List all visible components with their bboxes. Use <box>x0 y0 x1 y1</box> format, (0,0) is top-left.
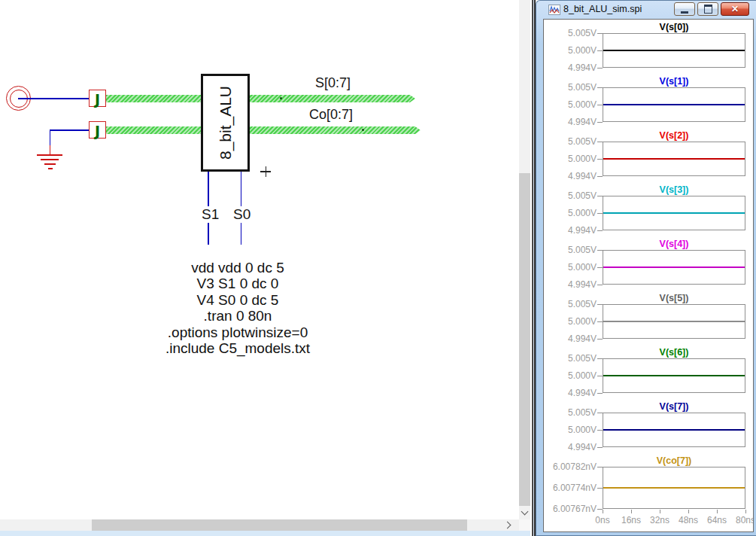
plot-box[interactable] <box>603 467 745 509</box>
y-axis-label: 4.994V <box>544 171 597 181</box>
bus-carry[interactable] <box>106 126 421 134</box>
plot-box[interactable] <box>603 304 745 339</box>
y-axis-label: 4.994V <box>544 333 597 344</box>
y-axis-label: 5.005V <box>544 299 597 309</box>
y-axis-label: 5.000V <box>544 370 597 381</box>
y-axis-label: 5.005V <box>544 353 597 364</box>
window-bottom-edge <box>0 531 536 536</box>
y-axis-label: 5.000V <box>544 45 597 56</box>
signal-trace[interactable] <box>603 375 745 376</box>
ground-line-4 <box>48 168 53 169</box>
signal-trace[interactable] <box>603 429 745 431</box>
y-axis-label: 5.000V <box>544 425 597 435</box>
waveform-panel[interactable]: V(s[2]) 5.005V 5.000V 4.994V <box>544 130 753 184</box>
x-axis-tick <box>745 510 746 513</box>
plot-box[interactable] <box>603 250 745 285</box>
x-axis-tick <box>688 510 689 513</box>
net-label-s0[interactable]: S0 <box>232 206 252 223</box>
vertical-scrollbar[interactable] <box>519 0 530 519</box>
x-axis-label: 48ns <box>679 515 698 525</box>
ground-line-1 <box>37 154 62 156</box>
close-button[interactable]: ✕ <box>721 2 749 16</box>
crosshair-cursor-vertical <box>266 166 267 177</box>
trace-title[interactable]: V(s[0]) <box>603 22 745 33</box>
waveform-panel[interactable]: V(s[1]) 5.005V 5.000V 4.994V <box>544 76 753 130</box>
x-axis-label: 80ns <box>736 515 754 525</box>
waveform-panel[interactable]: V(s[0]) 5.005V 5.000V 4.994V <box>544 22 753 76</box>
x-axis-label: 32ns <box>650 515 669 525</box>
trace-title[interactable]: V(s[5]) <box>603 293 745 304</box>
bus-label-carry[interactable]: Co[0:7] <box>309 107 353 123</box>
spice-line[interactable]: vdd vdd 0 dc 5 <box>117 260 359 276</box>
spice-directives[interactable]: vdd vdd 0 dc 5 V3 S1 0 dc 0 V4 S0 0 dc 5… <box>117 260 359 356</box>
trace-title[interactable]: V(s[2]) <box>603 130 745 142</box>
waveform-panel[interactable]: V(s[4]) 5.005V 5.000V 4.994V <box>544 239 753 293</box>
signal-trace[interactable] <box>603 50 745 51</box>
wire-gnd-vertical[interactable] <box>50 129 51 145</box>
trace-title[interactable]: V(s[7]) <box>603 401 745 413</box>
waveform-panel[interactable]: V(s[7]) 5.005V 5.000V 4.994V <box>544 401 753 455</box>
alu-component[interactable]: 8_bit_ALU <box>201 74 250 172</box>
x-axis-tick <box>603 510 603 513</box>
x-axis-label: 0ns <box>595 515 609 525</box>
plot-box[interactable] <box>603 87 745 122</box>
trace-title[interactable]: V(co[7]) <box>603 455 745 467</box>
window-title: 8_bit_ALU_sim.spi <box>563 4 642 14</box>
signal-trace[interactable] <box>603 266 745 268</box>
waveform-titlebar[interactable]: 8_bit_ALU_sim.spi ✕ <box>536 1 756 18</box>
signal-trace[interactable] <box>603 212 745 214</box>
trace-title[interactable]: V(s[4]) <box>603 239 745 250</box>
bus-label-sum[interactable]: S[0:7] <box>315 75 351 91</box>
waveform-panel[interactable]: V(s[6]) 5.005V 5.000V 4.994V <box>544 347 753 401</box>
vertical-scrollbar-thumb[interactable] <box>519 173 530 506</box>
plot-box[interactable] <box>603 196 745 230</box>
waveform-panel[interactable]: V(s[5]) 5.005V 5.000V 4.994V <box>544 293 753 347</box>
chevron-right-icon <box>504 522 512 529</box>
wire-gnd-to-tap[interactable] <box>50 129 89 131</box>
trace-title[interactable]: V(s[3]) <box>603 184 745 196</box>
trace-title[interactable]: V(s[1]) <box>603 76 745 87</box>
trace-title[interactable]: V(s[6]) <box>603 347 745 358</box>
spice-line[interactable]: .include C5_models.txt <box>117 340 359 356</box>
signal-trace[interactable] <box>603 321 745 322</box>
y-axis-label: 5.000V <box>544 208 597 218</box>
waveform-panel[interactable]: V(s[3]) 5.005V 5.000V 4.994V <box>544 184 753 239</box>
signal-trace[interactable] <box>603 487 745 489</box>
spice-line[interactable]: .tran 0 80n <box>117 308 359 324</box>
spice-line[interactable]: V3 S1 0 dc 0 <box>117 276 359 291</box>
waveform-plot-area[interactable]: V(s[0]) 5.005V 5.000V 4.994V V(s[1]) 5.0… <box>543 19 754 532</box>
horizontal-scrollbar-thumb[interactable] <box>92 519 467 531</box>
spice-line[interactable]: V4 S0 0 dc 5 <box>117 292 359 308</box>
horizontal-scrollbar[interactable] <box>0 519 519 531</box>
bus-tap-2[interactable]: J <box>89 121 106 139</box>
signal-trace[interactable] <box>603 158 745 160</box>
wire-port-to-tap[interactable] <box>18 98 89 99</box>
plot-box[interactable] <box>603 142 745 176</box>
spice-line[interactable]: .options plotwinsize=0 <box>117 324 359 340</box>
plot-box[interactable] <box>603 413 745 447</box>
bus-sum[interactable] <box>106 95 415 102</box>
y-axis-label: 5.000V <box>544 154 597 164</box>
restore-icon <box>704 5 712 14</box>
ground-line-3 <box>44 163 56 165</box>
restore-button[interactable] <box>697 2 718 16</box>
plot-box[interactable] <box>603 33 745 68</box>
chevron-down-icon <box>521 508 529 516</box>
net-label-s1[interactable]: S1 <box>200 206 220 223</box>
bus-tap-glyph: J <box>95 93 100 107</box>
x-axis-tick <box>660 510 660 513</box>
y-axis-label: 5.000V <box>544 99 597 110</box>
scroll-right-button[interactable] <box>498 519 519 531</box>
ground-symbol[interactable] <box>50 145 51 154</box>
schematic-canvas[interactable]: J J 8_bit_ALU S[0:7] Co[0:7] S1 S0 vdd v… <box>0 0 519 519</box>
scroll-down-button[interactable] <box>519 506 530 519</box>
minimize-icon <box>681 11 688 14</box>
bus-junction-dot <box>280 97 282 99</box>
plot-box[interactable] <box>603 358 745 393</box>
bus-tap-1[interactable]: J <box>89 90 106 107</box>
waveform-panel[interactable]: V(co[7]) 6.00782nV 6.00774nV 6.00767nV <box>544 455 753 510</box>
signal-trace[interactable] <box>603 104 745 105</box>
minimize-button[interactable] <box>674 2 695 16</box>
y-axis-label: 5.000V <box>544 316 597 327</box>
y-axis-label: 5.005V <box>544 28 597 38</box>
